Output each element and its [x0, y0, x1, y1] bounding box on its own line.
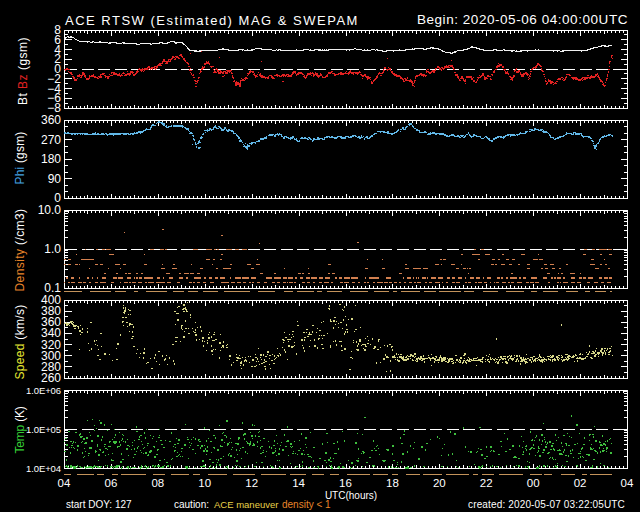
svg-text:1.0: 1.0: [44, 242, 61, 256]
svg-text:14: 14: [292, 477, 305, 489]
svg-text:Bt Bz (gsm): Bt Bz (gsm): [16, 37, 30, 105]
svg-text:start DOY: 127: start DOY: 127: [66, 499, 132, 510]
svg-text:caution:: caution:: [174, 499, 209, 510]
svg-text:Speed (km/s): Speed (km/s): [13, 305, 27, 380]
svg-text:04: 04: [621, 477, 634, 489]
svg-text:ACE maneuver: ACE maneuver: [214, 499, 278, 510]
svg-text:20: 20: [433, 477, 446, 489]
svg-text:90: 90: [48, 172, 62, 186]
svg-text:1.0E+06: 1.0E+06: [26, 385, 61, 396]
svg-text:density < 1: density < 1: [282, 499, 331, 510]
svg-text:Density (/cm3): Density (/cm3): [13, 209, 27, 292]
svg-text:Begin: 2020-05-06 04:00:00UTC: Begin: 2020-05-06 04:00:00UTC: [417, 12, 628, 27]
svg-text:22: 22: [480, 477, 493, 489]
svg-text:08: 08: [151, 477, 164, 489]
svg-text:400: 400: [41, 293, 61, 307]
svg-text:1.0E+04: 1.0E+04: [26, 463, 61, 474]
svg-text:18: 18: [386, 477, 399, 489]
svg-text:created: 2020-05-07 03:22:05UT: created: 2020-05-07 03:22:05UTC: [468, 499, 625, 510]
svg-text:ACE RTSW (Estimated) MAG & SWE: ACE RTSW (Estimated) MAG & SWEPAM: [65, 13, 359, 28]
svg-text:12: 12: [245, 477, 258, 489]
svg-text:10.0: 10.0: [38, 203, 62, 217]
svg-text:00: 00: [527, 477, 540, 489]
svg-text:02: 02: [574, 477, 587, 489]
svg-text:04: 04: [58, 477, 71, 489]
svg-text:8: 8: [54, 23, 61, 37]
svg-text:Temp (K): Temp (K): [13, 406, 27, 453]
svg-text:10: 10: [198, 477, 211, 489]
svg-text:270: 270: [41, 133, 61, 147]
svg-text:180: 180: [41, 152, 61, 166]
svg-text:1.0E+05: 1.0E+05: [26, 424, 61, 435]
svg-text:16: 16: [339, 477, 352, 489]
svg-text:360: 360: [41, 113, 61, 127]
svg-text:06: 06: [105, 477, 118, 489]
svg-text:UTC(hours): UTC(hours): [325, 490, 377, 501]
svg-text:Phi (gsm): Phi (gsm): [13, 131, 27, 184]
